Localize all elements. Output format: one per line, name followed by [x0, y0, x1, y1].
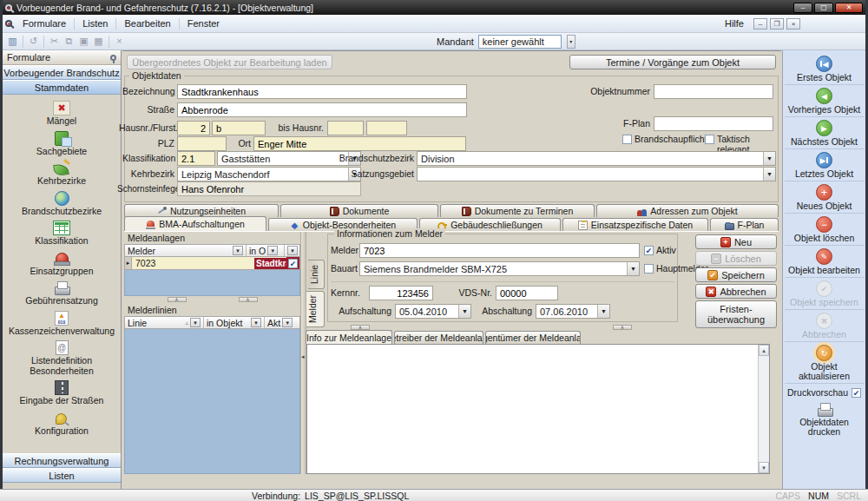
- scrollbar[interactable]: ▲ ▼: [758, 345, 769, 473]
- side-tab-linie[interactable]: Linie: [308, 260, 325, 289]
- melder-row[interactable]: ▸ 7023 Stadtkrankenhaus: [124, 257, 300, 270]
- sidebar-item-maengel[interactable]: Mängel: [3, 99, 121, 129]
- side-tab-melder[interactable]: Melder: [306, 291, 325, 327]
- filter-arrow-icon[interactable]: ▼: [233, 246, 243, 255]
- copy-icon[interactable]: ⧉: [62, 35, 76, 48]
- tab-eigentuemer-der-meldeanlage[interactable]: Eigentümer der Meldeanlage: [485, 331, 581, 344]
- taktisch-relevant-checkbox[interactable]: [705, 135, 714, 144]
- column-linie[interactable]: Linie ▵ ▼: [125, 317, 204, 328]
- bauart-combo[interactable]: Siemens Brandmelder SBM-X725 ▼: [359, 261, 640, 276]
- menu-bearbeiten[interactable]: Bearbeiten: [117, 16, 177, 31]
- scroll-up-icon[interactable]: ▲: [759, 345, 769, 356]
- termine-vorgaenge-button[interactable]: Termine / Vorgänge zum Objekt: [569, 55, 776, 69]
- sidebar-group-vorbeugender-brandschutz[interactable]: Vorbeugender Brandschutz: [3, 65, 121, 80]
- melder-field[interactable]: [359, 243, 640, 258]
- nav-vorheriges-objekt[interactable]: ◀ Vorheriges Objekt: [785, 85, 865, 117]
- strasse-field[interactable]: [177, 102, 467, 117]
- filter-arrow-icon[interactable]: ▼: [267, 246, 278, 255]
- pin-icon[interactable]: [110, 55, 116, 61]
- column-in-objekt[interactable]: in O ▼: [247, 245, 285, 256]
- fristenueberwachung-button[interactable]: Fristen-überwachung: [695, 300, 777, 328]
- vds-field[interactable]: [496, 286, 558, 300]
- dropdown-arrow-icon[interactable]: ▼: [763, 168, 775, 181]
- column-in-objekt[interactable]: in Objekt ▼: [204, 317, 265, 328]
- sidebar-group-rechnungsverwaltung[interactable]: Rechnungsverwaltung: [3, 453, 121, 468]
- klassifikation-code-field[interactable]: [177, 151, 215, 166]
- exit-icon[interactable]: ▥: [5, 35, 20, 48]
- dropdown-arrow-icon[interactable]: ▼: [597, 305, 609, 318]
- nav-letztes-objekt[interactable]: ▶ Letztes Objekt: [785, 149, 865, 181]
- speichern-button[interactable]: ✔ Speichern: [695, 267, 777, 282]
- melderlinien-list[interactable]: [124, 329, 300, 474]
- undo-icon[interactable]: ↺: [26, 35, 41, 48]
- maximize-button[interactable]: ▢: [814, 3, 833, 13]
- tab-dokumente[interactable]: Dokumente: [280, 204, 438, 217]
- bis-hausnr-zusatz-field[interactable]: [366, 121, 407, 135]
- sidebar-item-sachgebiete[interactable]: Sachgebiete: [3, 129, 121, 160]
- sidebar-item-klassifikation[interactable]: Klassifikation: [3, 219, 121, 249]
- tab-dokumente-zu-terminen[interactable]: Dokumente zu Terminen: [440, 204, 595, 217]
- nav-naechstes-objekt[interactable]: ▶ Nächstes Objekt: [785, 117, 865, 149]
- paste-icon[interactable]: ▣: [76, 35, 91, 48]
- sidebar-item-konfiguration[interactable]: Konfiguration: [3, 409, 121, 439]
- collapse-up-icon[interactable]: ∧: [613, 325, 632, 330]
- vertical-splitter[interactable]: ◂: [300, 232, 306, 474]
- schornsteinfeger-field[interactable]: [177, 181, 361, 196]
- tab-nutzungseinheiten[interactable]: Nutzungseinheiten: [124, 204, 279, 217]
- nav-erstes-objekt[interactable]: ◀ Erstes Objekt: [785, 53, 865, 85]
- tab-bma-aufschaltungen[interactable]: BMA-Aufschaltungen: [124, 216, 266, 231]
- nav-neues-objekt[interactable]: + Neues Objekt: [785, 181, 865, 214]
- sidebar-item-einsatzgruppen[interactable]: Einsatzgruppen: [3, 249, 121, 280]
- menu-formulare[interactable]: Formulare: [16, 16, 73, 31]
- abschaltung-date-combo[interactable]: 07.06.2010 ▼: [536, 304, 610, 319]
- mandant-select[interactable]: keiner gewählt: [478, 35, 562, 49]
- objektnummer-field[interactable]: [654, 84, 773, 99]
- minimize-button[interactable]: –: [793, 3, 812, 13]
- menu-listen[interactable]: Listen: [76, 16, 115, 31]
- hausnr-zusatz-field[interactable]: [212, 121, 266, 135]
- filter-arrow-icon[interactable]: ▼: [282, 318, 293, 327]
- bezeichnung-field[interactable]: [177, 84, 467, 99]
- nav-objekt-aktualisieren[interactable]: ↻ Objekt aktualisieren: [785, 342, 865, 384]
- column-melder[interactable]: Melder ▼: [125, 245, 247, 256]
- sidebar-item-kassenzeichenverwaltung[interactable]: Kassenzeichenverwaltung: [3, 309, 121, 339]
- close-button[interactable]: ✕: [835, 3, 863, 13]
- aufschaltung-date-combo[interactable]: 05.04.2010 ▼: [395, 304, 471, 319]
- collapse-up-icon[interactable]: ∧: [239, 297, 258, 302]
- sidebar-item-brandschutzbezirke[interactable]: Brandschutzbezirke: [3, 189, 121, 220]
- filter-arrow-icon[interactable]: ▼: [251, 318, 261, 327]
- hausnr-field[interactable]: [177, 121, 210, 135]
- filter-arrow-icon[interactable]: ▼: [287, 246, 298, 255]
- meldeanlage-info-textarea[interactable]: ▲ ▼: [306, 344, 770, 474]
- ort-field[interactable]: [253, 136, 466, 151]
- tab-adressen-zum-objekt[interactable]: Adressen zum Objekt: [596, 204, 779, 217]
- tab-fplan[interactable]: F-Plan: [710, 218, 779, 231]
- brandschaupflichtig-checkbox[interactable]: [622, 135, 632, 144]
- tab-betreiber-der-meldeanlage[interactable]: Betreiber der Meldeanlage: [394, 331, 483, 344]
- nav-objekt-bearbeiten[interactable]: ✎ Objekt bearbeiten: [785, 246, 865, 278]
- meldeanlagen-splitter[interactable]: ∧ ∧: [124, 297, 300, 303]
- load-parent-object-button[interactable]: Übergeordnetes Objekt zur Bearbeitung la…: [127, 55, 332, 69]
- delete-icon[interactable]: ×: [112, 35, 127, 48]
- fplan-field[interactable]: [654, 116, 773, 131]
- abbrechen-button[interactable]: ✖ Abbrechen: [695, 284, 777, 299]
- aktiv-checkbox[interactable]: [644, 246, 654, 255]
- mdi-restore-button[interactable]: ❐: [770, 18, 784, 30]
- tab-info-zur-meldeanlage[interactable]: Info zur Meldeanlage: [306, 330, 392, 344]
- hauptmelder-checkbox[interactable]: [644, 264, 654, 274]
- sidebar-item-strassen[interactable]: Eingabe der Straßen: [3, 379, 121, 409]
- scroll-down-icon[interactable]: ▼: [759, 462, 769, 473]
- nav-objektdaten-drucken[interactable]: Objektdaten drucken: [783, 400, 865, 438]
- satzungsgebiet-combo[interactable]: ▼: [417, 167, 776, 181]
- nav-objekt-loeschen[interactable]: − Objekt löschen: [785, 214, 865, 246]
- sidebar-item-gebuehrensatzung[interactable]: Gebührensatzung: [3, 279, 121, 309]
- nav-abbrechen[interactable]: ✖ Abbrechen: [785, 310, 865, 342]
- plz-field[interactable]: [177, 136, 227, 151]
- grid-icon[interactable]: ▦: [91, 35, 106, 48]
- bis-hausnr-field[interactable]: [327, 121, 364, 135]
- tab-einsatzspezifische-daten[interactable]: Einsatzspezifische Daten: [562, 218, 708, 231]
- sidebar-item-kehrbezirke[interactable]: Kehrbezirke: [3, 159, 121, 189]
- melder-row-aktiv-checkbox[interactable]: [288, 259, 298, 268]
- column-aktiv[interactable]: ▼: [285, 245, 299, 256]
- meldeanlagen-list[interactable]: [124, 270, 300, 296]
